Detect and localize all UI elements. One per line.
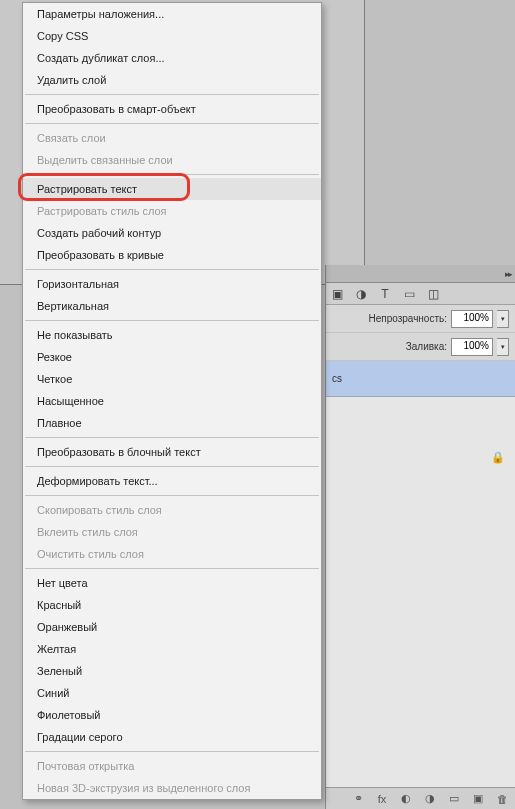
menu-item[interactable]: Желтая: [23, 638, 321, 660]
menu-item[interactable]: Нет цвета: [23, 572, 321, 594]
menu-separator: [25, 123, 319, 124]
adjust-icon[interactable]: ◑: [354, 287, 368, 301]
link-icon[interactable]: ⚭: [351, 792, 365, 806]
layers-list-area: 🔒: [326, 397, 515, 787]
folder-icon[interactable]: ▭: [447, 792, 461, 806]
effects-icon[interactable]: ◫: [426, 287, 440, 301]
layer-row-selected[interactable]: cs: [326, 361, 515, 397]
opacity-input[interactable]: 100%: [451, 310, 493, 328]
menu-item[interactable]: Преобразовать в блочный текст: [23, 441, 321, 463]
menu-separator: [25, 568, 319, 569]
menu-item[interactable]: Вертикальная: [23, 295, 321, 317]
fx-icon[interactable]: fx: [375, 792, 389, 806]
fill-input[interactable]: 100%: [451, 338, 493, 356]
menu-item[interactable]: Синий: [23, 682, 321, 704]
fill-row: Заливка: 100%▾: [326, 333, 515, 361]
menu-item[interactable]: Создать рабочий контур: [23, 222, 321, 244]
menu-item[interactable]: Плавное: [23, 412, 321, 434]
menu-item[interactable]: Не показывать: [23, 324, 321, 346]
trash-icon[interactable]: 🗑: [495, 792, 509, 806]
fill-dropdown[interactable]: ▾: [497, 338, 509, 356]
menu-separator: [25, 320, 319, 321]
menu-item[interactable]: Фиолетовый: [23, 704, 321, 726]
menu-item[interactable]: Copy CSS: [23, 25, 321, 47]
layers-panel: ▸▸ ▣ ◑ T ▭ ◫ Непрозрачность: 100%▾ Залив…: [325, 265, 515, 809]
menu-item[interactable]: Зеленый: [23, 660, 321, 682]
menu-item[interactable]: Насыщенное: [23, 390, 321, 412]
menu-item: Почтовая открытка: [23, 755, 321, 777]
opacity-row: Непрозрачность: 100%▾: [326, 305, 515, 333]
menu-item[interactable]: Горизонтальная: [23, 273, 321, 295]
mask-icon[interactable]: ◐: [399, 792, 413, 806]
menu-item[interactable]: Деформировать текст...: [23, 470, 321, 492]
text-icon[interactable]: T: [378, 287, 392, 301]
menu-item: Вклеить стиль слоя: [23, 521, 321, 543]
menu-item[interactable]: Растрировать текст: [23, 178, 321, 200]
menu-item[interactable]: Преобразовать в кривые: [23, 244, 321, 266]
menu-item[interactable]: Создать дубликат слоя...: [23, 47, 321, 69]
menu-item: Выделить связанные слои: [23, 149, 321, 171]
menu-item: Связать слои: [23, 127, 321, 149]
menu-separator: [25, 94, 319, 95]
panel-tabs: ▸▸: [326, 265, 515, 283]
lock-icon[interactable]: 🔒: [491, 451, 505, 464]
image-icon[interactable]: ▣: [330, 287, 344, 301]
menu-item: Новая 3D-экструзия из выделенного слоя: [23, 777, 321, 799]
new-layer-icon[interactable]: ▣: [471, 792, 485, 806]
adjustment-icon[interactable]: ◑: [423, 792, 437, 806]
menu-separator: [25, 437, 319, 438]
collapse-arrows-icon[interactable]: ▸▸: [505, 269, 511, 279]
menu-separator: [25, 174, 319, 175]
menu-separator: [25, 751, 319, 752]
menu-item[interactable]: Градации серого: [23, 726, 321, 748]
layer-context-menu: Параметры наложения...Copy CSSСоздать ду…: [22, 2, 322, 800]
menu-item[interactable]: Красный: [23, 594, 321, 616]
menu-separator: [25, 466, 319, 467]
menu-separator: [25, 495, 319, 496]
panel-icon-row: ▣ ◑ T ▭ ◫: [326, 283, 515, 305]
menu-item: Растрировать стиль слоя: [23, 200, 321, 222]
menu-item[interactable]: Удалить слой: [23, 69, 321, 91]
layers-footer: ⚭ fx ◐ ◑ ▭ ▣ 🗑: [326, 787, 515, 809]
opacity-dropdown[interactable]: ▾: [497, 310, 509, 328]
opacity-label: Непрозрачность:: [368, 313, 447, 324]
menu-item: Скопировать стиль слоя: [23, 499, 321, 521]
menu-separator: [25, 269, 319, 270]
shape-icon[interactable]: ▭: [402, 287, 416, 301]
menu-item[interactable]: Резкое: [23, 346, 321, 368]
fill-label: Заливка:: [406, 341, 447, 352]
layer-name: cs: [332, 373, 342, 384]
menu-item[interactable]: Параметры наложения...: [23, 3, 321, 25]
menu-item[interactable]: Четкое: [23, 368, 321, 390]
menu-item[interactable]: Оранжевый: [23, 616, 321, 638]
menu-item: Очистить стиль слоя: [23, 543, 321, 565]
menu-item[interactable]: Преобразовать в смарт-объект: [23, 98, 321, 120]
